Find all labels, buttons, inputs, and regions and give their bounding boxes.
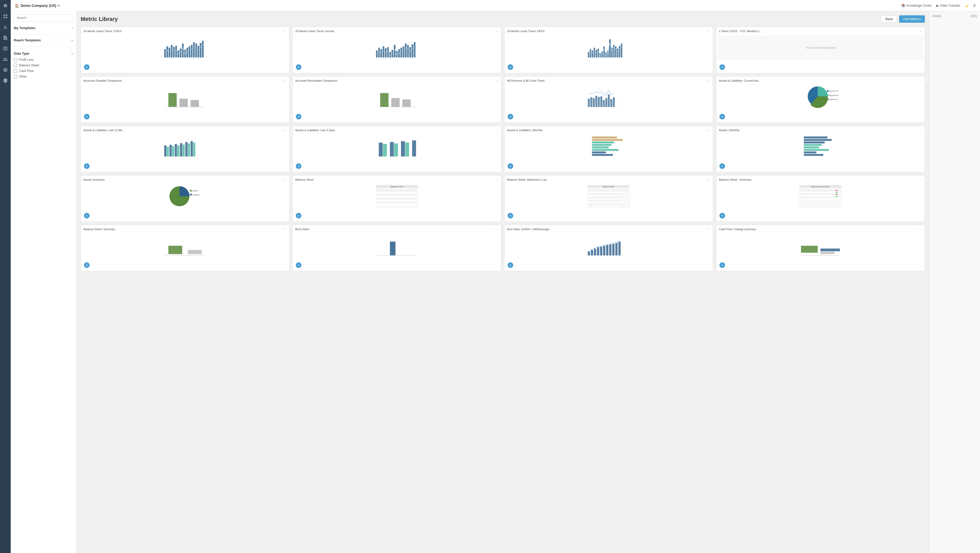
checkbox-other[interactable] (14, 75, 17, 78)
metric-card-menu-10[interactable]: ⋯ (707, 128, 710, 132)
svg-rect-62 (588, 99, 590, 107)
reach-templates-header[interactable]: Reach Templates ⌄ (14, 37, 73, 44)
add-btn-15[interactable]: + (719, 213, 725, 218)
svg-rect-79 (827, 94, 829, 96)
metric-card-menu-19[interactable]: ⋯ (918, 227, 922, 231)
book-icon: 📚 (901, 4, 905, 7)
svg-rect-91 (191, 141, 193, 156)
metric-card-14: Balance Sheet: Statement | Las... ⋯ Bala… (504, 175, 713, 222)
svg-rect-94 (383, 144, 387, 156)
my-templates-header[interactable]: My Templates › (14, 24, 73, 32)
add-btn-18[interactable]: + (508, 262, 513, 268)
svg-rect-35 (414, 42, 415, 57)
metric-card-header-15: Balance Sheet : Summary ⋯ (716, 176, 924, 183)
metric-card-menu-4[interactable]: ⋯ (283, 79, 286, 83)
add-btn-11[interactable]: + (719, 163, 725, 169)
metric-card-menu-1[interactable]: ⋯ (495, 29, 498, 33)
sidebar-icon-users[interactable] (2, 56, 8, 62)
add-btn-8[interactable]: + (84, 163, 89, 169)
metric-card-menu-7[interactable]: ⋯ (918, 79, 922, 83)
sidebar-icon-chart[interactable] (2, 24, 8, 30)
svg-rect-110 (804, 141, 825, 143)
search-input[interactable] (14, 14, 73, 21)
metric-card-menu-5[interactable]: ⋯ (495, 79, 498, 83)
back-button[interactable]: Back (881, 15, 897, 23)
svg-rect-29 (401, 48, 402, 57)
sidebar-icon-table[interactable] (2, 45, 8, 52)
metric-card-footer-16: + (81, 260, 289, 271)
add-btn-19[interactable]: + (719, 262, 725, 268)
add-btn-0[interactable]: + (84, 64, 89, 70)
metric-card-footer-12: + (81, 211, 289, 221)
metric-card-title-19: Cash Flow: Change summary (719, 228, 756, 231)
metric-card-16: Balance Sheet: Summary ⋯ + (81, 225, 290, 271)
metric-card-menu-12[interactable]: ⋯ (283, 178, 286, 182)
sidebar-icon-home[interactable] (2, 3, 8, 9)
add-btn-14[interactable]: + (508, 213, 513, 218)
add-btn-3[interactable]: + (719, 64, 725, 70)
metric-card-menu-3[interactable]: ⋯ (918, 29, 922, 33)
checkbox-balance-sheet[interactable] (14, 64, 17, 67)
chart-7: Segment A Segment B Segment C (718, 85, 923, 110)
svg-rect-173 (612, 244, 614, 256)
svg-rect-4 (173, 47, 175, 57)
svg-rect-89 (185, 142, 188, 156)
filter-cash-flow[interactable]: Cash Flow (14, 68, 73, 74)
added-label: Added (932, 14, 941, 18)
sidebar-icon-grid[interactable] (2, 13, 8, 19)
metric-card-menu-2[interactable]: ⋯ (707, 29, 710, 33)
filter-profit-loss-label: Profit Loss (19, 58, 34, 62)
checkbox-cash-flow[interactable] (14, 70, 17, 73)
svg-text:Liabilities: Liabilities (192, 194, 200, 196)
metric-card-title-10: Assets & Liabilities | Monthly (507, 129, 542, 132)
add-btn-17[interactable]: + (296, 262, 301, 268)
company-dropdown-icon[interactable]: ▾ (58, 3, 59, 8)
svg-rect-131 (377, 202, 416, 203)
page-title-row: Metric Library Back Add Metrics (81, 15, 925, 23)
metric-card-menu-17[interactable]: ⋯ (495, 227, 498, 231)
filter-profit-loss[interactable]: Profit Loss (14, 57, 73, 62)
metric-card-body-3: Thumbnail Not Available (716, 34, 924, 62)
add-btn-1[interactable]: + (296, 64, 301, 70)
metric-card-footer-19: + (716, 260, 924, 271)
data-type-header[interactable]: Data Type ⌄ (14, 50, 73, 57)
add-btn-9[interactable]: + (296, 163, 301, 169)
metric-card-title-5: Accounts Receivable Comparison (295, 79, 337, 82)
add-btn-2[interactable]: + (508, 64, 513, 70)
add-btn-4[interactable]: + (84, 114, 89, 119)
sidebar-icon-document[interactable] (2, 35, 8, 41)
svg-rect-40 (596, 50, 597, 57)
svg-rect-109 (804, 139, 832, 141)
video-tutorials-link[interactable]: ▶ Video Tutorials (936, 4, 960, 7)
svg-rect-137 (589, 190, 628, 191)
knowledge-center-link[interactable]: 📚 Knowledge Center (901, 4, 932, 7)
sidebar-icon-gear[interactable] (2, 67, 8, 73)
metric-card-body-17 (293, 232, 501, 260)
add-btn-13[interactable]: + (296, 213, 301, 218)
metric-card-menu-14[interactable]: ⋯ (707, 178, 710, 182)
add-metrics-button[interactable]: Add Metrics (899, 15, 925, 23)
add-btn-10[interactable]: + (508, 163, 513, 169)
metric-card-menu-15[interactable]: ⋯ (918, 178, 922, 182)
metric-card-menu-0[interactable]: ⋯ (283, 29, 286, 33)
hamburger-menu[interactable]: ☰ (973, 4, 976, 7)
metric-card-menu-18[interactable]: ⋯ (707, 227, 710, 231)
filter-balance-sheet[interactable]: Balance Sheet (14, 62, 73, 68)
metric-card-menu-11[interactable]: ⋯ (918, 128, 922, 132)
checkbox-profit-loss[interactable] (14, 58, 17, 62)
metric-card-menu-8[interactable]: ⋯ (283, 128, 286, 132)
metric-card-4: Accounts Payable Comparison ⋯ + (81, 76, 290, 123)
dark-mode-toggle[interactable]: 🌙 (965, 4, 969, 7)
add-btn-5[interactable]: + (296, 114, 301, 119)
metric-card-menu-13[interactable]: ⋯ (495, 178, 498, 182)
metric-card-menu-6[interactable]: ⋯ (707, 79, 710, 83)
metric-card-menu-9[interactable]: ⋯ (495, 128, 498, 132)
sidebar-icon-shield[interactable] (2, 78, 8, 84)
add-btn-6[interactable]: + (508, 114, 513, 119)
svg-rect-50 (615, 46, 616, 58)
add-btn-12[interactable]: + (84, 213, 89, 218)
metric-card-menu-16[interactable]: ⋯ (283, 227, 286, 231)
add-btn-7[interactable]: + (719, 114, 725, 119)
filter-other[interactable]: Other (14, 74, 73, 79)
add-btn-16[interactable]: + (84, 262, 89, 268)
